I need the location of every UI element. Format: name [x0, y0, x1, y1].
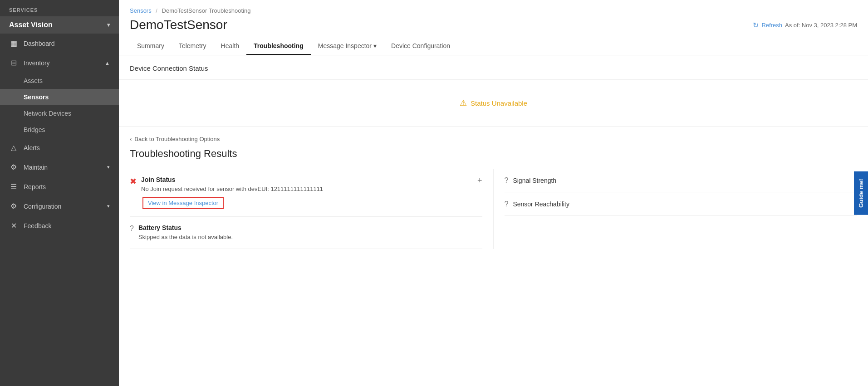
error-icon: ✖ — [130, 176, 137, 186]
expand-join-status-button[interactable]: + — [477, 176, 482, 186]
sidebar-item-reports[interactable]: ☰ Reports — [0, 177, 119, 196]
main-content: Device Connection Status ⚠ Status Unavai… — [119, 55, 868, 386]
alerts-icon: △ — [9, 143, 18, 152]
status-unavailable-label: Status Unavailable — [471, 99, 527, 107]
results-grid: ✖ Join Status No Join request received f… — [130, 169, 857, 249]
result-signal-strength-label: Signal Strength — [513, 177, 556, 184]
page-title: DemoTestSensor — [130, 18, 227, 32]
sidebar-item-configuration[interactable]: ⚙ Configuration ▾ — [0, 196, 119, 216]
chevron-down-icon: ▾ — [107, 164, 110, 170]
result-join-status-title: Join Status — [141, 176, 323, 183]
status-unavailable-area: ⚠ Status Unavailable — [119, 80, 868, 127]
refresh-button[interactable]: ↻ Refresh As of: Nov 3, 2023 2:28 PM — [753, 21, 857, 29]
breadcrumb-separator: / — [156, 7, 157, 14]
chevron-down-icon: ▾ — [373, 42, 377, 49]
results-left-column: ✖ Join Status No Join request received f… — [130, 169, 494, 249]
sidebar-item-label: Maintain — [24, 164, 48, 171]
sidebar-item-sensors[interactable]: Sensors — [0, 89, 119, 105]
status-unavailable-text: ⚠ Status Unavailable — [460, 98, 527, 108]
result-join-status-header: ✖ Join Status No Join request received f… — [130, 176, 482, 193]
results-right-column: ? Signal Strength ? Sensor Reachability — [494, 169, 858, 249]
dashboard-icon: ▦ — [9, 39, 18, 48]
sidebar-item-assets[interactable]: Assets — [0, 73, 119, 89]
sidebar-item-bridges[interactable]: Bridges — [0, 122, 119, 138]
result-join-status-content: Join Status No Join request received for… — [141, 176, 323, 193]
tab-troubleshooting[interactable]: Troubleshooting — [246, 38, 311, 55]
sidebar-item-label: Alerts — [24, 144, 40, 151]
sidebar-item-label: Dashboard — [24, 40, 55, 47]
configuration-icon: ⚙ — [9, 202, 18, 210]
sidebar-item-label: Feedback — [24, 222, 51, 230]
tab-health[interactable]: Health — [214, 38, 246, 55]
troubleshooting-results-title: Troubleshooting Results — [130, 148, 857, 160]
maintain-icon: ⚙ — [9, 163, 18, 171]
chevron-up-icon: ▲ — [105, 60, 110, 66]
warning-icon: ⚠ — [460, 98, 467, 108]
main-panel: Sensors / DemoTestSensor Troubleshooting… — [119, 0, 868, 386]
tab-message-inspector-label: Message Inspector — [318, 42, 372, 49]
chevron-down-icon: ▾ — [107, 22, 110, 28]
sidebar-item-network-devices[interactable]: Network Devices — [0, 105, 119, 122]
app-name: Asset Vision — [9, 21, 53, 29]
result-battery-status-title: Battery Status — [138, 224, 233, 231]
result-battery-status: ? Battery Status Skipped as the data is … — [130, 217, 482, 249]
refresh-label: Refresh — [761, 22, 782, 29]
tab-summary[interactable]: Summary — [130, 38, 172, 55]
result-join-status-desc: No Join request received for sensor with… — [141, 185, 323, 193]
guide-me-button[interactable]: Guide me! — [854, 171, 868, 215]
sidebar-item-feedback[interactable]: ✕ Feedback — [0, 216, 119, 235]
question-icon: ? — [130, 225, 134, 233]
sidebar-item-label: Reports — [24, 183, 46, 191]
result-battery-status-header: ? Battery Status Skipped as the data is … — [130, 224, 482, 241]
refresh-icon: ↻ — [753, 21, 759, 29]
main-header: Sensors / DemoTestSensor Troubleshooting… — [119, 0, 868, 55]
tabs: Summary Telemetry Health Troubleshooting… — [130, 38, 857, 55]
chevron-down-icon: ▾ — [107, 203, 110, 209]
sidebar-item-dashboard[interactable]: ▦ Dashboard — [0, 34, 119, 53]
question-icon: ? — [505, 200, 509, 208]
sidebar-item-alerts[interactable]: △ Alerts — [0, 138, 119, 157]
result-sensor-reachability-label: Sensor Reachability — [513, 200, 569, 208]
result-battery-status-desc: Skipped as the data is not available. — [138, 233, 233, 241]
breadcrumb: Sensors / DemoTestSensor Troubleshooting — [130, 7, 857, 14]
app-selector[interactable]: Asset Vision ▾ — [0, 16, 119, 34]
tab-message-inspector[interactable]: Message Inspector ▾ — [311, 38, 384, 55]
device-connection-section-header: Device Connection Status — [119, 55, 868, 80]
back-label: Back to Troubleshooting Options — [134, 136, 220, 142]
sidebar: SERVICES Asset Vision ▾ ▦ Dashboard ⊟ In… — [0, 0, 119, 386]
sidebar-item-label: Configuration — [24, 203, 61, 210]
sidebar-item-inventory[interactable]: ⊟ Inventory ▲ — [0, 53, 119, 73]
inventory-icon: ⊟ — [9, 59, 18, 67]
tab-telemetry[interactable]: Telemetry — [172, 38, 214, 55]
breadcrumb-parent[interactable]: Sensors — [130, 7, 152, 14]
question-icon: ? — [505, 176, 509, 185]
page-title-row: DemoTestSensor ↻ Refresh As of: Nov 3, 2… — [130, 18, 857, 32]
sidebar-nav: ▦ Dashboard ⊟ Inventory ▲ Assets Sensors… — [0, 34, 119, 386]
view-in-message-inspector-button[interactable]: View in Message Inspector — [142, 197, 224, 209]
sidebar-item-label: Inventory — [24, 59, 50, 67]
services-label: SERVICES — [0, 0, 119, 16]
result-battery-status-content: Battery Status Skipped as the data is no… — [138, 224, 233, 241]
breadcrumb-current: DemoTestSensor Troubleshooting — [162, 7, 251, 14]
as-of-label: As of: Nov 3, 2023 2:28 PM — [785, 22, 857, 29]
feedback-icon: ✕ — [9, 221, 18, 230]
tab-device-configuration[interactable]: Device Configuration — [384, 38, 457, 55]
troubleshooting-section: ‹ Back to Troubleshooting Options Troubl… — [119, 127, 868, 258]
sidebar-item-maintain[interactable]: ⚙ Maintain ▾ — [0, 157, 119, 177]
reports-icon: ☰ — [9, 182, 18, 191]
result-signal-strength: ? Signal Strength — [505, 169, 858, 192]
back-arrow-icon: ‹ — [130, 136, 132, 142]
result-join-status: ✖ Join Status No Join request received f… — [130, 169, 482, 217]
back-to-troubleshooting-link[interactable]: ‹ Back to Troubleshooting Options — [130, 136, 857, 142]
result-sensor-reachability: ? Sensor Reachability — [505, 192, 858, 216]
